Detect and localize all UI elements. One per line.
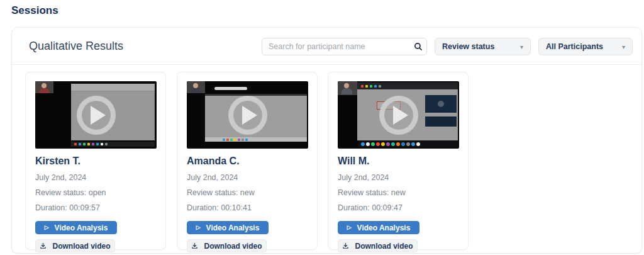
download-video-button[interactable]: Download video (187, 239, 267, 252)
panel-heading: Qualitative Results (29, 40, 123, 53)
download-icon (342, 242, 349, 249)
review-status-dropdown[interactable]: Review status ▾ (435, 38, 531, 55)
video-analysis-button[interactable]: ▷ Video Analysis (187, 221, 269, 234)
play-icon: ▷ (347, 225, 352, 230)
review-status: Review status: new (338, 187, 458, 198)
session-duration: Duration: 00:09:47 (338, 202, 458, 213)
video-thumbnail[interactable] (35, 81, 157, 149)
download-video-button[interactable]: Download video (338, 239, 418, 252)
review-status-dropdown-label: Review status (442, 42, 494, 51)
video-thumbnail[interactable] (187, 81, 308, 149)
sessions-page: Sessions Qualitative Results Review stat… (0, 0, 644, 255)
session-card: Will M. July 2nd, 2024 Review status: ne… (328, 72, 469, 250)
participant-search[interactable] (262, 38, 427, 55)
participant-name: Will M. (338, 156, 458, 167)
download-icon (40, 242, 47, 249)
download-video-button[interactable]: Download video (35, 239, 115, 252)
session-duration: Duration: 00:10:41 (187, 202, 308, 213)
search-icon[interactable] (410, 42, 426, 51)
session-date: July 2nd, 2024 (187, 172, 308, 183)
qualitative-results-panel: Qualitative Results Review status ▾ All … (11, 27, 642, 254)
video-analysis-label: Video Analysis (55, 224, 108, 232)
play-icon: ▷ (196, 225, 201, 230)
download-icon (191, 242, 198, 249)
panel-header: Qualitative Results Review status ▾ All … (12, 28, 641, 65)
video-analysis-button[interactable]: ▷ Video Analysis (338, 221, 419, 234)
participants-dropdown[interactable]: All Participants ▾ (538, 38, 633, 55)
participant-name: Amanda C. (187, 156, 308, 167)
chevron-down-icon: ▾ (520, 43, 523, 50)
session-date: July 2nd, 2024 (338, 172, 458, 183)
play-overlay-icon[interactable] (35, 81, 157, 149)
session-card: Amanda C. July 2nd, 2024 Review status: … (177, 72, 318, 250)
video-analysis-label: Video Analysis (206, 224, 260, 232)
play-icon: ▷ (45, 225, 49, 230)
download-video-label: Download video (52, 242, 110, 251)
download-video-label: Download video (355, 242, 413, 251)
play-overlay-icon[interactable] (338, 81, 459, 149)
chevron-down-icon: ▾ (622, 43, 625, 50)
video-thumbnail[interactable] (338, 81, 459, 149)
review-status: Review status: open (35, 187, 156, 198)
search-input[interactable] (262, 42, 410, 51)
session-card: Kirsten T. July 2nd, 2024 Review status:… (25, 72, 166, 250)
video-analysis-label: Video Analysis (357, 224, 411, 232)
session-date: July 2nd, 2024 (35, 172, 156, 183)
page-title: Sessions (11, 4, 58, 17)
video-analysis-button[interactable]: ▷ Video Analysis (35, 221, 117, 234)
review-status: Review status: new (187, 187, 308, 198)
download-video-label: Download video (204, 242, 262, 251)
play-overlay-icon[interactable] (187, 81, 308, 149)
participants-dropdown-label: All Participants (546, 42, 603, 51)
participant-name: Kirsten T. (35, 156, 156, 167)
session-duration: Duration: 00:09:57 (35, 202, 156, 213)
